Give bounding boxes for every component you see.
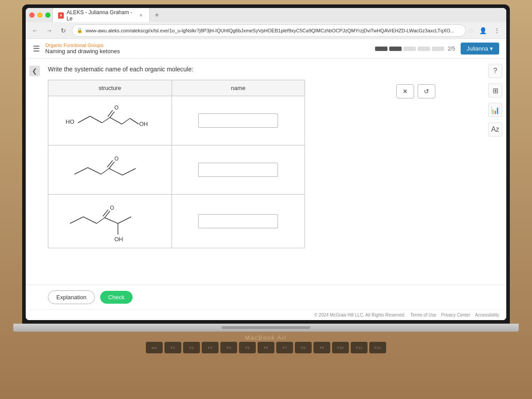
svg-line-23 bbox=[105, 211, 110, 218]
user-name: Julianna bbox=[467, 45, 488, 52]
table-tool-button[interactable]: ⊞ bbox=[488, 83, 502, 98]
svg-line-14 bbox=[107, 160, 113, 167]
keyboard-row-1: esc F1 F2 F3 F4 F5 F6 F7 F8 F9 F10 F11 F… bbox=[146, 342, 386, 353]
name-input-2[interactable] bbox=[198, 163, 278, 177]
key-f7[interactable]: F7 bbox=[276, 342, 293, 353]
extension-icon[interactable]: ⋮ bbox=[491, 25, 503, 36]
topic-info: Organic Functional Groups Naming and dra… bbox=[45, 43, 120, 55]
progress-seg-2 bbox=[389, 47, 402, 51]
name-cell-1[interactable] bbox=[172, 96, 305, 145]
name-input-1[interactable] bbox=[198, 113, 278, 128]
bottom-bar: Explanation Check bbox=[26, 285, 506, 309]
svg-line-19 bbox=[70, 217, 83, 223]
svg-line-12 bbox=[88, 168, 101, 174]
chart-tool-button[interactable]: 📊 bbox=[488, 103, 502, 117]
profile-icon[interactable]: 👤 bbox=[477, 25, 489, 36]
reference-button[interactable]: Az bbox=[488, 122, 502, 137]
main-area: ❮ Write the systematic name of each orga… bbox=[26, 59, 506, 285]
secure-icon: 🔒 bbox=[77, 27, 83, 33]
col-name-header: name bbox=[172, 80, 305, 96]
address-bar[interactable]: 🔒 www-awu.aleks.com/alekscgi/x/lsl.exe/1… bbox=[72, 24, 466, 37]
laptop-notch bbox=[222, 326, 310, 329]
key-f6[interactable]: F6 bbox=[258, 342, 274, 353]
name-input-area-3[interactable] bbox=[176, 199, 300, 243]
key-f2[interactable]: F2 bbox=[183, 342, 200, 353]
laptop-screen: A ALEKS - Julianna Graham - Le ✕ + ← → ↻… bbox=[22, 4, 510, 324]
svg-line-20 bbox=[83, 217, 97, 223]
accessibility-link[interactable]: Accessibility bbox=[475, 313, 499, 317]
new-tab-button[interactable]: + bbox=[152, 10, 162, 20]
tab-bar: A ALEKS - Julianna Graham - Le ✕ + bbox=[26, 8, 506, 22]
svg-text:OH: OH bbox=[139, 121, 148, 127]
refresh-button[interactable]: ↻ bbox=[58, 25, 69, 36]
aleks-header: ☰ Organic Functional Groups Naming and d… bbox=[26, 39, 506, 59]
svg-text:O: O bbox=[114, 105, 118, 111]
content-area: Write the systematic name of each organi… bbox=[26, 59, 484, 285]
key-f12[interactable]: F12 bbox=[369, 342, 386, 353]
key-f11[interactable]: F11 bbox=[351, 342, 368, 353]
privacy-link[interactable]: Privacy Center bbox=[441, 313, 470, 317]
browser-window: A ALEKS - Julianna Graham - Le ✕ + ← → ↻… bbox=[26, 8, 506, 320]
action-buttons: ✕ ↺ bbox=[396, 84, 435, 98]
svg-line-11 bbox=[74, 168, 88, 174]
collapse-button[interactable]: ❮ bbox=[29, 66, 40, 76]
minimize-traffic-light[interactable] bbox=[37, 12, 43, 18]
key-f5[interactable]: F5 bbox=[239, 342, 256, 353]
structure-svg-1: HO bbox=[61, 101, 159, 141]
name-input-3[interactable] bbox=[198, 214, 278, 228]
col-structure-header: structure bbox=[48, 80, 172, 96]
hamburger-menu-button[interactable]: ☰ bbox=[33, 44, 40, 54]
help-button[interactable]: ? bbox=[488, 64, 502, 78]
name-input-area-1[interactable] bbox=[176, 101, 300, 141]
svg-line-4 bbox=[108, 110, 113, 117]
svg-line-28 bbox=[118, 217, 131, 223]
structure-svg-3: O OH bbox=[61, 199, 159, 243]
chemistry-table: structure name H bbox=[48, 80, 305, 248]
traffic-lights bbox=[29, 12, 51, 18]
topic-title: Naming and drawing ketones bbox=[45, 48, 120, 55]
svg-line-1 bbox=[78, 116, 90, 123]
progress-seg-3 bbox=[403, 47, 416, 51]
clear-button[interactable]: ✕ bbox=[396, 84, 414, 98]
tab-close-button[interactable]: ✕ bbox=[138, 12, 144, 19]
svg-line-8 bbox=[122, 118, 130, 124]
maximize-traffic-light[interactable] bbox=[45, 12, 51, 18]
table-row: HO bbox=[48, 96, 305, 145]
svg-line-5 bbox=[110, 112, 114, 118]
key-f9[interactable]: F9 bbox=[313, 342, 330, 353]
name-cell-2[interactable] bbox=[172, 145, 305, 195]
page-footer: © 2024 McGraw Hill LLC. All Rights Reser… bbox=[26, 309, 506, 320]
key-f1[interactable]: F1 bbox=[164, 342, 181, 353]
key-f3[interactable]: F3 bbox=[202, 342, 219, 353]
progress-text: 2/5 bbox=[448, 46, 455, 52]
active-tab[interactable]: A ALEKS - Julianna Graham - Le ✕ bbox=[52, 8, 150, 23]
progress-seg-4 bbox=[418, 47, 430, 51]
svg-text:OH: OH bbox=[114, 236, 123, 243]
topic-label: Organic Functional Groups bbox=[45, 43, 120, 48]
forward-button[interactable]: → bbox=[43, 25, 55, 36]
svg-text:O: O bbox=[114, 156, 118, 162]
explanation-button[interactable]: Explanation bbox=[48, 290, 95, 304]
table-row: O OH bbox=[48, 195, 305, 248]
check-button[interactable]: Check bbox=[100, 291, 133, 304]
back-button[interactable]: ← bbox=[29, 25, 41, 36]
terms-link[interactable]: Terms of Use bbox=[410, 313, 436, 317]
svg-line-25 bbox=[105, 218, 118, 223]
table-row: O bbox=[48, 145, 305, 195]
structure-svg-2: O bbox=[61, 150, 159, 190]
url-text: www-awu.aleks.com/alekscgi/x/lsl.exe/1o_… bbox=[86, 28, 461, 33]
close-traffic-light[interactable] bbox=[29, 12, 35, 18]
bookmark-icon[interactable]: ☆ bbox=[469, 27, 474, 34]
progress-seg-1 bbox=[375, 47, 387, 51]
name-input-area-2[interactable] bbox=[176, 150, 300, 190]
key-f10[interactable]: F10 bbox=[332, 342, 349, 353]
svg-line-9 bbox=[130, 118, 139, 124]
svg-line-13 bbox=[101, 168, 109, 174]
key-f4[interactable]: F4 bbox=[220, 342, 237, 353]
undo-button[interactable]: ↺ bbox=[418, 84, 435, 98]
laptop-bottom-bezel bbox=[13, 324, 519, 332]
key-esc[interactable]: esc bbox=[146, 342, 163, 353]
key-f8[interactable]: F8 bbox=[295, 342, 312, 353]
user-menu-button[interactable]: Julianna ▾ bbox=[461, 43, 499, 55]
name-cell-3[interactable] bbox=[172, 195, 305, 248]
